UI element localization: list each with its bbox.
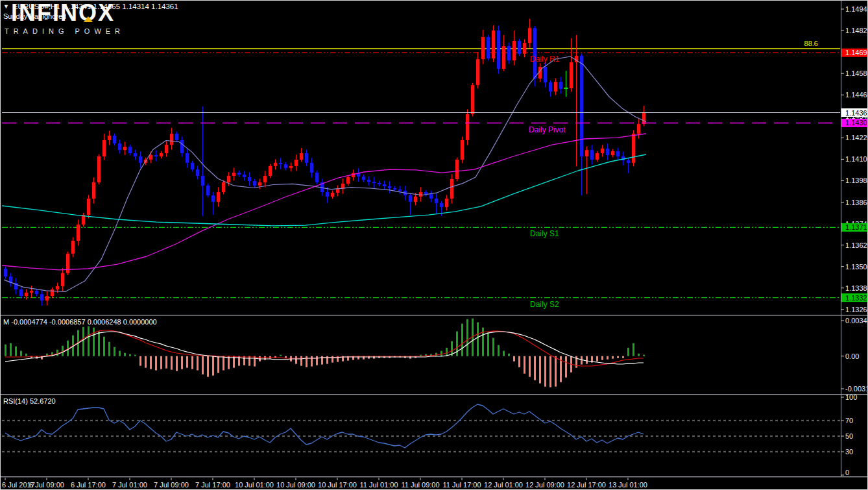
- symbol-dropdown-icon[interactable]: ▼: [3, 3, 9, 10]
- rsi-pane[interactable]: [1, 396, 841, 476]
- rsi-indicator-label: RSI(14) 52.6720: [3, 397, 56, 405]
- sunday-bar-note: Sunday Bar ignored: [3, 12, 66, 20]
- main-chart-pane[interactable]: [1, 1, 841, 315]
- trading-chart-window: 88.6Daily R1Daily S1Daily S2Daily Pivot1…: [0, 0, 868, 490]
- macd-indicator-label: M -0.0004774 -0.0006857 0.0006248 0.0000…: [3, 318, 157, 326]
- time-axis[interactable]: [1, 478, 868, 490]
- price-axis[interactable]: [841, 1, 868, 476]
- macd-pane[interactable]: [1, 317, 841, 393]
- logo-triangle-icon: [84, 16, 93, 22]
- symbol-period-label: EURUSD#,H1: [13, 3, 60, 10]
